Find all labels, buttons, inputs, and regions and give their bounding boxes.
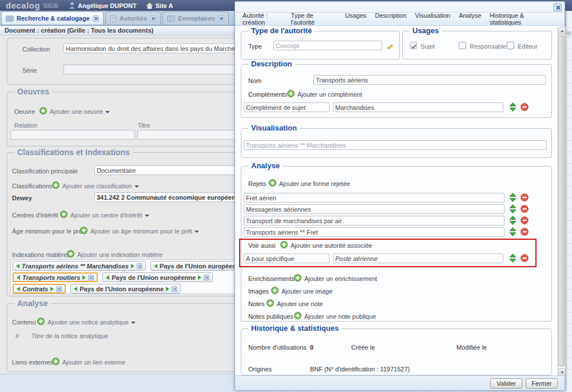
remove-icon[interactable] <box>521 205 529 213</box>
tab-exemplaires[interactable]: Exemplaires <box>162 11 229 25</box>
chip-close-icon[interactable] <box>137 263 142 269</box>
indexation-chip[interactable]: Transports aériens ** Marchandises <box>13 261 146 271</box>
scroll-up-icon[interactable] <box>558 27 566 34</box>
rejet-input[interactable] <box>244 216 505 225</box>
add-lien-link[interactable]: Ajouter un lien externe <box>62 359 125 366</box>
add-icon[interactable] <box>287 90 295 97</box>
add-icon[interactable] <box>294 274 301 282</box>
chip-left-arrow-icon[interactable] <box>17 275 20 280</box>
tab-close-icon[interactable] <box>93 15 99 22</box>
chip-left-arrow-icon[interactable] <box>17 287 20 291</box>
chip-left-arrow-icon[interactable] <box>74 287 77 291</box>
indexation-chip[interactable]: Contrats <box>13 284 66 294</box>
add-image-link[interactable]: Ajouter une image <box>281 288 332 295</box>
chip-close-icon[interactable] <box>56 286 62 292</box>
remove-icon[interactable] <box>521 103 529 111</box>
chip-left-arrow-icon[interactable] <box>16 264 19 268</box>
rejet-input[interactable] <box>244 227 505 237</box>
dialog-titlebar[interactable] <box>235 2 565 12</box>
tab-recherche-catalogage[interactable]: Recherche & catalogage <box>1 11 104 25</box>
indexation-chip[interactable]: Transports routiers <box>13 272 98 282</box>
add-note-link[interactable]: Ajouter une note <box>277 300 323 307</box>
add-icon[interactable] <box>60 211 67 218</box>
dialog-close-icon[interactable] <box>554 3 562 11</box>
reorder-icon[interactable] <box>509 193 517 202</box>
fermer-button[interactable]: Fermer <box>526 378 558 389</box>
nav-analyse[interactable]: Analyse <box>459 12 481 26</box>
add-note-publique-link[interactable]: Ajouter une note publique <box>304 313 376 320</box>
reorder-icon[interactable] <box>509 102 517 112</box>
remove-icon[interactable] <box>521 228 529 236</box>
chip-close-icon[interactable] <box>88 275 94 280</box>
voir-aussi-value-input[interactable] <box>333 254 503 263</box>
add-icon[interactable] <box>39 107 47 114</box>
visualisation-input[interactable] <box>244 140 547 150</box>
nav-usages[interactable]: Usages <box>345 12 366 26</box>
indexation-chip[interactable]: Pays de l'Union européenne <box>70 284 181 294</box>
add-icon[interactable] <box>294 312 301 319</box>
chip-left-arrow-icon[interactable] <box>106 275 109 280</box>
add-indexation-link[interactable]: Ajouter une indexation matière <box>77 251 162 258</box>
chip-right-arrow-icon[interactable] <box>82 275 86 280</box>
rejet-input[interactable] <box>244 204 505 214</box>
chip-left-arrow-icon[interactable] <box>154 264 157 268</box>
add-rejet-link[interactable]: Ajouter une forme rejetée <box>279 180 350 187</box>
tab-close-icon[interactable] <box>218 15 224 22</box>
nav-type-autorite[interactable]: Type de l'autorité <box>291 12 337 26</box>
remove-icon[interactable] <box>521 193 529 201</box>
type-input[interactable] <box>273 41 382 50</box>
indexation-chip[interactable]: Pays de l'Union européenne <box>102 272 213 282</box>
chip-right-arrow-icon[interactable] <box>166 287 169 291</box>
rejet-input[interactable] <box>244 193 505 203</box>
checkbox-sujet[interactable] <box>410 42 417 49</box>
pencil-icon[interactable] <box>386 41 395 49</box>
chip-close-icon[interactable] <box>172 286 177 292</box>
nav-historique[interactable]: Historique & statistiques <box>490 12 554 26</box>
relation-input[interactable] <box>10 130 135 140</box>
add-age-link[interactable]: Ajouter un âge minimum pour le prêt <box>90 228 199 235</box>
chip-close-icon[interactable] <box>204 275 209 280</box>
chip-right-arrow-icon[interactable] <box>50 287 54 291</box>
add-icon[interactable] <box>52 358 59 365</box>
user-menu[interactable]: Angélique DUPONT <box>69 2 137 9</box>
remove-icon[interactable] <box>521 254 529 262</box>
add-oeuvre-link[interactable]: Ajouter une oeuvre <box>50 108 110 115</box>
reorder-icon[interactable] <box>509 254 517 263</box>
tab-close-icon[interactable] <box>150 15 156 22</box>
add-icon[interactable] <box>267 299 274 307</box>
add-notice-link[interactable]: Ajouter une notice analytique <box>47 319 136 326</box>
complement-type-input[interactable] <box>244 102 329 112</box>
add-icon[interactable] <box>67 250 74 258</box>
add-icon[interactable] <box>80 227 88 234</box>
add-voir-aussi-link[interactable]: Ajouter une autorité associée <box>291 242 372 249</box>
add-enrichissement-link[interactable]: Ajouter un enrichissement <box>304 275 377 282</box>
nav-description[interactable]: Description <box>375 12 407 26</box>
add-icon[interactable] <box>37 318 45 325</box>
checkbox-responsable[interactable] <box>459 42 466 49</box>
voir-aussi-type-input[interactable] <box>244 254 329 263</box>
add-complement-link[interactable]: Ajouter un complément <box>297 91 362 98</box>
nav-visualisation[interactable]: Visualisation <box>415 12 451 26</box>
scrollbar-thumb[interactable] <box>558 35 565 366</box>
reorder-icon[interactable] <box>509 204 517 213</box>
dialog-nav: Type de l'autorité Usages Description Vi… <box>291 12 554 26</box>
valider-button[interactable]: Valider <box>490 378 522 389</box>
dialog-scrollbar[interactable] <box>557 26 565 377</box>
chip-right-arrow-icon[interactable] <box>198 275 201 280</box>
reorder-icon[interactable] <box>509 227 517 236</box>
add-icon[interactable] <box>52 181 59 189</box>
checkbox-editeur[interactable] <box>507 42 514 49</box>
add-icon[interactable] <box>269 179 276 187</box>
remove-icon[interactable] <box>521 216 529 224</box>
add-icon[interactable] <box>280 241 288 248</box>
reorder-icon[interactable] <box>509 216 517 225</box>
site-menu[interactable]: Site A <box>146 2 173 9</box>
add-notice-label: Ajouter une notice analytique <box>47 319 129 326</box>
add-icon[interactable] <box>271 287 279 294</box>
nom-input[interactable] <box>313 75 546 85</box>
tab-autorites[interactable]: Autorités <box>105 11 161 25</box>
chip-right-arrow-icon[interactable] <box>131 264 134 268</box>
add-centre-link[interactable]: Ajouter un centre d'intérêt <box>70 212 149 219</box>
add-classification-link[interactable]: Ajouter une classification <box>62 183 139 189</box>
complement-value-input[interactable] <box>333 102 503 112</box>
